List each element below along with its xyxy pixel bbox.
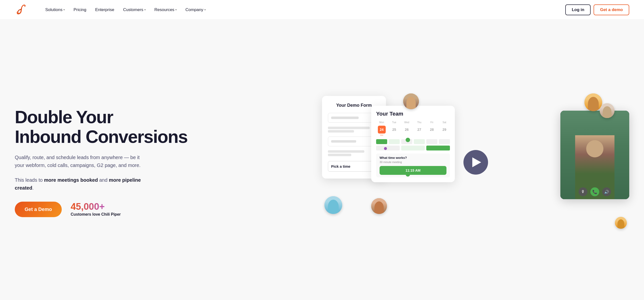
avatar-5 [371,198,387,214]
slot-green-2[interactable] [426,146,450,150]
customers-label: Customers [123,8,143,12]
company-label: Company [186,8,204,12]
video-controls: 🎙 📞 🔊 [560,188,629,196]
connector-dot-top [406,138,410,142]
cal-date-26: 26 [401,126,412,136]
company-chevron: ▾ [204,8,206,11]
hero-illustration: Your Demo Form Pick a time Your [322,91,629,234]
cal-date-num-24: 24 [378,126,386,134]
avatar-2 [584,94,602,111]
cal-slots-row1 [376,139,450,144]
cal-label-thu: Thu [414,121,425,124]
resources-label: Resources [154,8,174,12]
logo[interactable] [15,4,27,16]
avatar-1 [403,94,419,109]
what-time-title: What time works? [380,156,446,160]
cal-date-27: 27 [414,126,425,136]
slot-green-1[interactable] [376,139,387,144]
nav-enterprise[interactable]: Enterprise [92,6,118,14]
login-button[interactable]: Log in [565,4,590,15]
avatar-3 [600,103,614,118]
avatar-4 [324,196,342,214]
cal-date-num-25: 25 [390,126,398,134]
stat-label: Customers love Chili Piper [70,212,121,217]
hero-body-mid: and [98,177,109,183]
cal-slots-row2 [376,146,450,150]
cal-date-num-29: 29 [440,126,448,134]
slot-empty-3[interactable] [439,139,450,144]
nav-customers[interactable]: Customers ▾ [120,6,149,14]
schedule-header: Your Team [376,111,450,117]
resources-chevron: ▾ [176,8,176,11]
avatar-6 [615,217,627,229]
hero-body-text: This leads to [15,177,44,183]
what-time-subtitle: 30 minute meeting [380,160,446,164]
nav-solutions[interactable]: Solutions ▾ [42,6,68,14]
video-call-card: 🎙 📞 🔊 [560,111,629,199]
cal-date-num-26: 26 [403,126,411,134]
hero-title-line2: Inbound Conversions [15,127,188,146]
end-call-button[interactable]: 📞 [590,188,599,196]
customers-chevron: ▾ [144,8,146,11]
get-demo-hero-button[interactable]: Get a Demo [15,202,62,217]
connector-dot-bottom [406,172,410,176]
cal-date-29: 29 [439,126,450,136]
nav-pricing[interactable]: Pricing [70,6,90,14]
cal-date-num-27: 27 [416,126,423,134]
volume-button[interactable]: 🔊 [602,188,611,196]
hero-cta-row: Get a Demo 45,000+ Customers love Chili … [15,202,312,217]
hero-body-bold1: more meetings booked [44,177,98,183]
what-time-box: What time works? 30 minute meeting 11:15… [376,154,450,177]
hero-section: Double Your Inbound Conversions Qualify,… [0,20,644,300]
hero-subtitle: Qualify, route, and schedule leads from … [15,154,143,169]
hero-stat: 45,000+ Customers love Chili Piper [70,202,121,217]
nav-actions: Log in Get a demo [565,4,629,15]
cal-date-28: 28 [426,126,437,136]
video-person-bg [560,111,629,199]
slot-light-2[interactable] [414,139,425,144]
get-demo-nav-button[interactable]: Get a demo [594,4,629,15]
navbar: Solutions ▾ Pricing Enterprise Customers… [0,0,644,20]
connector-dot-left [384,147,387,150]
slot-empty-4[interactable] [376,146,400,150]
hero-title: Double Your Inbound Conversions [15,108,312,146]
pick-time-label: Pick a time [331,164,350,168]
video-background: 🎙 📞 🔊 [560,111,629,199]
cal-label-tue: Tue [389,121,400,124]
video-person-head [586,140,604,158]
hero-title-line1: Double Your [15,107,113,127]
cal-month-oct: Oct [380,134,383,136]
cal-label-sat: Sat [439,121,450,124]
team-label: Your Team [376,111,403,117]
slot-light-3[interactable] [401,146,425,150]
stat-number: 45,000+ [70,202,121,211]
mute-button[interactable]: 🎙 [578,188,588,196]
cal-date-25: 25 [389,126,400,136]
cal-date-24: 24 Oct [376,126,387,136]
play-icon [472,158,481,167]
schedule-card: Your Team Mon Tue Wed Thu Fri Sat 24 Oct… [371,106,455,182]
cal-label-wed: Wed [401,121,412,124]
pricing-label: Pricing [74,8,86,12]
time-confirm-button[interactable]: 11:15 AM [380,166,446,175]
enterprise-label: Enterprise [95,8,114,12]
nav-company[interactable]: Company ▾ [182,6,209,14]
hero-body: This leads to more meetings booked and m… [15,176,143,192]
hero-body-end: . [32,185,34,190]
cal-label-mon: Mon [376,121,387,124]
hero-left: Double Your Inbound Conversions Qualify,… [15,108,322,217]
slot-empty-2[interactable] [426,139,437,144]
slot-light-1[interactable] [389,139,400,144]
nav-resources[interactable]: Resources ▾ [151,6,180,14]
calendar-day-labels: Mon Tue Wed Thu Fri Sat [376,121,450,124]
nav-links: Solutions ▾ Pricing Enterprise Customers… [42,6,565,14]
cal-date-num-28: 28 [428,126,436,134]
play-button-overlay[interactable] [464,150,488,174]
solutions-label: Solutions [45,8,62,12]
cal-label-fri: Fri [426,121,437,124]
solutions-chevron: ▾ [64,8,65,11]
calendar-dates: 24 Oct 25 26 27 28 29 [376,126,450,136]
